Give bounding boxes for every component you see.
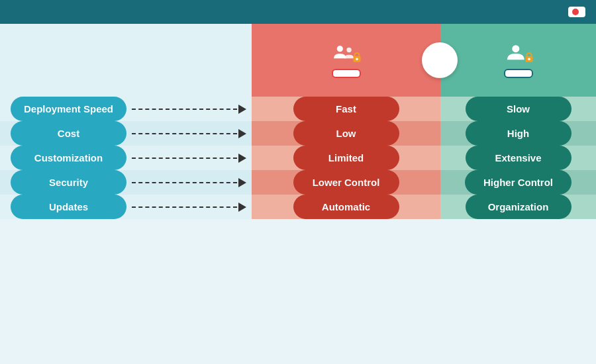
header <box>0 0 596 24</box>
public-cloud-header <box>252 24 440 97</box>
private-value-cell-0: Slow <box>440 97 596 121</box>
dashed-arrow-2 <box>126 154 252 163</box>
table-row: Customization Limited Extensive <box>0 146 596 170</box>
private-value-cell-1: High <box>440 121 596 146</box>
table-row: Deployment Speed Fast Slow <box>0 97 596 121</box>
row-label-container-2: Customization <box>0 146 252 170</box>
private-cloud-header <box>440 24 596 97</box>
comparison-table: Deployment Speed Fast Slow Cost Low High <box>0 97 596 219</box>
svg-point-3 <box>356 58 358 60</box>
dashed-arrow-1 <box>126 129 252 138</box>
public-cloud-icon <box>328 41 364 66</box>
public-value-2: Limited <box>293 146 399 170</box>
arrow-head-0 <box>238 105 246 114</box>
table-row: Security Lower Control Higher Control <box>0 170 596 195</box>
private-value-cell-3: Higher Control <box>440 170 596 195</box>
row-label-container-4: Updates <box>0 195 252 219</box>
private-value-2: Extensive <box>466 146 571 170</box>
dashed-line-0 <box>132 109 237 110</box>
dashed-arrow-4 <box>126 203 252 212</box>
left-spacer <box>0 24 252 97</box>
private-value-3: Higher Control <box>465 170 571 195</box>
dashed-arrow-0 <box>126 105 252 114</box>
arrow-head-1 <box>238 129 246 138</box>
row-label-4: Updates <box>11 195 126 219</box>
arrow-head-4 <box>238 203 246 212</box>
private-value-cell-4: Organization <box>440 195 596 219</box>
row-label-0: Deployment Speed <box>11 97 126 121</box>
public-value-cell-0: Fast <box>252 97 440 121</box>
private-value-1: High <box>466 121 571 146</box>
educba-dot-icon <box>572 9 579 15</box>
row-label-container-0: Deployment Speed <box>0 97 252 121</box>
svg-point-4 <box>512 45 519 52</box>
vs-label <box>422 42 458 78</box>
private-value-0: Slow <box>466 97 571 121</box>
dashed-line-3 <box>132 182 237 183</box>
private-value-cell-2: Extensive <box>440 146 596 170</box>
private-cloud-label <box>504 69 533 78</box>
public-value-cell-4: Automatic <box>252 195 440 219</box>
row-label-container-1: Cost <box>0 121 252 146</box>
dashed-arrow-3 <box>126 178 252 187</box>
private-value-4: Organization <box>466 195 571 219</box>
public-value-4: Automatic <box>293 195 399 219</box>
arrow-head-3 <box>238 178 246 187</box>
private-cloud-icon <box>500 41 536 66</box>
table-row: Updates Automatic Organization <box>0 195 596 219</box>
dashed-line-2 <box>132 158 237 159</box>
svg-point-1 <box>346 48 351 52</box>
row-label-container-3: Security <box>0 170 252 195</box>
public-cloud-label <box>332 69 361 78</box>
public-value-1: Low <box>293 121 399 146</box>
row-label-2: Customization <box>11 146 126 170</box>
svg-point-0 <box>337 46 343 52</box>
table-row: Cost Low High <box>0 121 596 146</box>
public-value-cell-1: Low <box>252 121 440 146</box>
arrow-head-2 <box>238 154 246 163</box>
educba-badge <box>568 7 585 17</box>
row-label-3: Security <box>11 170 126 195</box>
public-value-0: Fast <box>293 97 399 121</box>
public-value-3: Lower Control <box>293 170 399 195</box>
public-value-cell-2: Limited <box>252 146 440 170</box>
dashed-line-1 <box>132 133 237 134</box>
svg-point-6 <box>528 58 530 60</box>
public-value-cell-3: Lower Control <box>252 170 440 195</box>
row-label-1: Cost <box>11 121 126 146</box>
dashed-line-4 <box>132 206 237 208</box>
